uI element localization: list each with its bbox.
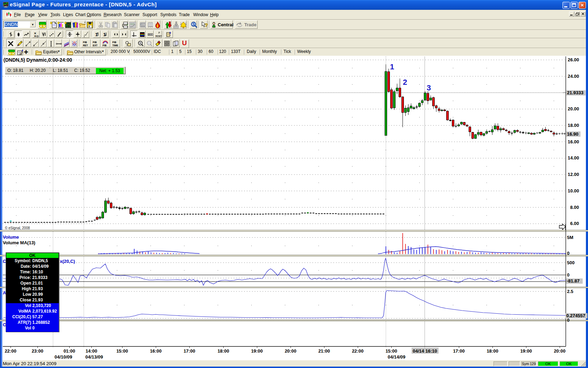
svg-text:01:00: 01:00	[63, 348, 75, 354]
svg-text:3: 3	[427, 83, 431, 92]
svg-text:20.00: 20.00	[568, 106, 579, 111]
svg-text:-81.87: -81.87	[567, 278, 580, 284]
svg-text:5M: 5M	[567, 235, 573, 240]
svg-text:04/13/09: 04/13/09	[85, 354, 103, 360]
svg-text:21:00: 21:00	[318, 348, 330, 354]
svg-text:6.00: 6.00	[570, 221, 579, 226]
svg-text:16.00: 16.00	[568, 139, 579, 144]
svg-text:10.00: 10.00	[568, 188, 579, 193]
svg-text:19:00: 19:00	[251, 348, 262, 354]
svg-text:15:00: 15:00	[385, 348, 397, 354]
svg-text:26.00: 26.00	[568, 57, 579, 62]
svg-text:23:00: 23:00	[31, 348, 43, 354]
svg-text:500: 500	[567, 260, 575, 265]
svg-text:0: 0	[567, 318, 569, 323]
svg-text:04/10/09: 04/10/09	[55, 354, 72, 360]
svg-text:22:00: 22:00	[5, 348, 16, 354]
svg-text:17:00: 17:00	[183, 348, 195, 354]
svg-text:19:00: 19:00	[520, 348, 532, 354]
svg-text:2: 2	[403, 78, 407, 87]
svg-text:18:00: 18:00	[486, 348, 498, 354]
svg-text:8.00: 8.00	[570, 205, 579, 210]
svg-text:Volume MA(13): Volume MA(13)	[3, 240, 35, 245]
svg-text:18:00: 18:00	[217, 348, 229, 354]
svg-text:0: 0	[567, 251, 569, 256]
svg-text:Volume: Volume	[3, 234, 19, 240]
svg-text:0: 0	[567, 272, 569, 278]
svg-text:15:00: 15:00	[116, 348, 128, 354]
svg-text:14.00: 14.00	[568, 155, 579, 161]
svg-text:17:00: 17:00	[453, 348, 464, 354]
svg-text:22:00: 22:00	[352, 348, 363, 354]
svg-text:14:00: 14:00	[85, 348, 97, 354]
svg-text:21.9333: 21.9333	[567, 90, 583, 95]
svg-text:12.00: 12.00	[568, 172, 579, 177]
svg-text:24.00: 24.00	[568, 74, 579, 79]
svg-text:04/14/09: 04/14/09	[388, 354, 406, 360]
svg-text:© eSignal, 2008: © eSignal, 2008	[5, 226, 30, 230]
svg-text:20:00: 20:00	[554, 348, 565, 354]
svg-text:04/14 16:10: 04/14 16:10	[413, 348, 437, 354]
svg-text:1: 1	[390, 62, 394, 71]
svg-text:x(20,C): x(20,C)	[60, 259, 75, 264]
svg-text:18.00: 18.00	[568, 123, 579, 128]
svg-text:16.90: 16.90	[567, 131, 579, 137]
svg-text:2.5: 2.5	[567, 289, 573, 294]
svg-text:16:00: 16:00	[150, 348, 161, 354]
svg-text:20:00: 20:00	[285, 348, 296, 354]
